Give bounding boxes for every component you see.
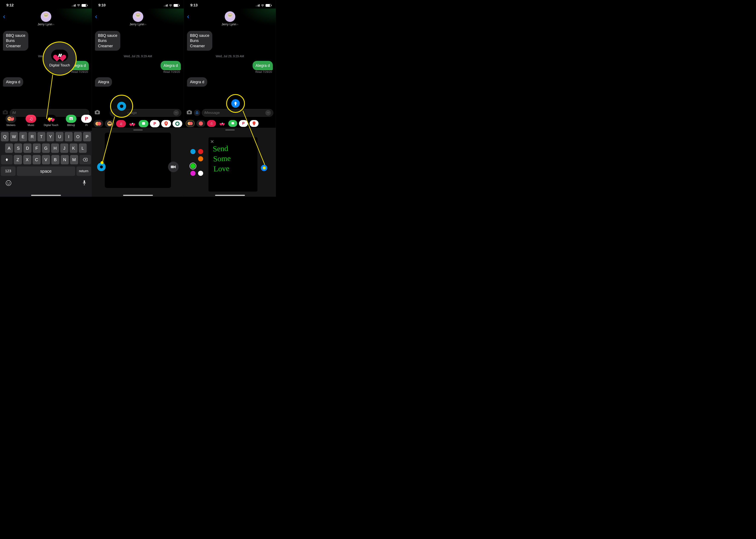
key-s[interactable]: S bbox=[14, 143, 22, 153]
app-digital-touch[interactable] bbox=[217, 120, 227, 127]
key-a[interactable]: A bbox=[5, 143, 13, 153]
color-green[interactable] bbox=[190, 164, 196, 169]
digital-touch-canvas[interactable] bbox=[105, 133, 171, 188]
app-music[interactable]: ♫ Music bbox=[21, 115, 41, 127]
contact-avatar[interactable] bbox=[41, 11, 51, 22]
key-t[interactable]: T bbox=[38, 132, 45, 141]
conversation-header[interactable]: ‹ Jerry Lynn bbox=[92, 9, 184, 29]
app-google-maps[interactable] bbox=[160, 120, 172, 127]
key-w[interactable]: W bbox=[10, 132, 18, 141]
back-button[interactable]: ‹ bbox=[95, 12, 97, 20]
message-input[interactable]: iMessage〰 bbox=[202, 109, 273, 116]
key-space[interactable]: space bbox=[17, 167, 75, 176]
key-b[interactable]: B bbox=[51, 155, 59, 164]
message-list[interactable]: BBQ sauceBunsCreamer Wed, Jul 29, 9:29 A… bbox=[92, 29, 184, 87]
color-white[interactable] bbox=[198, 171, 203, 176]
contact-name[interactable]: Jerry Lynn bbox=[221, 22, 238, 26]
contact-name[interactable]: Jerry Lynn bbox=[38, 22, 54, 26]
app-drawer[interactable]: ♫ P bbox=[184, 119, 276, 127]
camera-icon[interactable] bbox=[187, 110, 192, 116]
app-pinterest[interactable]: P bbox=[149, 120, 160, 127]
message-outgoing[interactable]: Alegra d bbox=[161, 61, 181, 70]
key-z[interactable]: Z bbox=[14, 155, 22, 164]
conversation-header[interactable]: ‹ Jerry Lynn bbox=[184, 9, 276, 29]
color-orange[interactable] bbox=[198, 156, 203, 161]
compose-bar[interactable]: ssage〰 bbox=[92, 108, 184, 117]
key-f[interactable]: F bbox=[33, 143, 41, 153]
key-m[interactable]: M bbox=[70, 155, 78, 164]
contact-avatar[interactable] bbox=[225, 11, 235, 22]
key-x[interactable]: X bbox=[23, 155, 31, 164]
digital-touch-panel[interactable] bbox=[92, 128, 184, 197]
key-u[interactable]: U bbox=[55, 132, 63, 141]
app-music[interactable]: ♫ bbox=[206, 120, 217, 127]
back-button[interactable]: ‹ bbox=[3, 12, 5, 20]
color-red[interactable] bbox=[198, 149, 203, 154]
app-digital-touch[interactable]: Digital Touch bbox=[41, 115, 61, 127]
app-memoji[interactable] bbox=[196, 120, 206, 127]
key-l[interactable]: L bbox=[79, 143, 87, 153]
app-store-button[interactable] bbox=[194, 110, 200, 116]
key-h[interactable]: H bbox=[51, 143, 59, 153]
conversation-header[interactable]: ‹ Jerry Lynn bbox=[0, 9, 92, 29]
key-v[interactable]: V bbox=[42, 155, 50, 164]
color-blue[interactable] bbox=[190, 149, 196, 154]
key-j[interactable]: J bbox=[60, 143, 68, 153]
message-incoming[interactable]: BBQ sauce Buns Creamer bbox=[3, 31, 28, 51]
key-r[interactable]: R bbox=[28, 132, 36, 141]
message-incoming[interactable]: Alegra d bbox=[3, 77, 23, 87]
keyboard[interactable]: Q W E R T Y U I O P A S D F G H J K L Z … bbox=[0, 131, 92, 197]
audio-message-icon[interactable]: 〰 bbox=[265, 110, 271, 116]
key-123[interactable]: 123 bbox=[1, 167, 16, 176]
digital-touch-drawing[interactable]: ✕ Send Some Love bbox=[209, 137, 257, 192]
key-shift[interactable] bbox=[1, 155, 13, 164]
close-drawing-button[interactable]: ✕ bbox=[210, 139, 214, 145]
key-c[interactable]: C bbox=[33, 155, 41, 164]
app-drawer[interactable]: Stickers ♫ Music Digital Touch Bitmoji P… bbox=[0, 114, 92, 127]
key-e[interactable]: E bbox=[19, 132, 27, 141]
key-o[interactable]: O bbox=[74, 132, 82, 141]
message-incoming[interactable]: Alegra d bbox=[187, 77, 207, 87]
app-drawer[interactable]: ♫ P bbox=[92, 119, 184, 127]
audio-message-icon[interactable]: 〰 bbox=[173, 110, 179, 116]
message-incoming[interactable]: BBQ sauceBunsCreamer bbox=[95, 31, 120, 51]
app-google-maps[interactable] bbox=[249, 120, 259, 127]
key-y[interactable]: Y bbox=[46, 132, 54, 141]
message-incoming[interactable]: Alegra bbox=[95, 77, 112, 87]
key-n[interactable]: N bbox=[61, 155, 69, 164]
key-d[interactable]: D bbox=[24, 143, 31, 153]
drawer-handle[interactable] bbox=[133, 129, 143, 130]
key-i[interactable]: I bbox=[65, 132, 73, 141]
home-indicator[interactable] bbox=[31, 195, 61, 196]
app-stickers[interactable] bbox=[185, 120, 196, 127]
contact-name[interactable]: Jerry Lynn bbox=[129, 22, 146, 26]
app-starbucks[interactable] bbox=[172, 120, 183, 127]
color-magenta[interactable] bbox=[190, 171, 196, 176]
contact-avatar[interactable] bbox=[133, 11, 143, 22]
key-backspace[interactable] bbox=[79, 155, 91, 164]
emoji-button[interactable] bbox=[6, 180, 12, 187]
key-k[interactable]: K bbox=[70, 143, 77, 153]
video-record-button[interactable] bbox=[168, 162, 179, 172]
home-indicator[interactable] bbox=[215, 195, 245, 196]
message-list[interactable]: BBQ sauceBunsCreamer Wed, Jul 29, 9:29 A… bbox=[184, 29, 276, 87]
dictation-button[interactable] bbox=[82, 180, 86, 187]
message-outgoing[interactable]: Alegra d bbox=[253, 61, 273, 70]
message-incoming[interactable]: BBQ sauceBunsCreamer bbox=[187, 31, 212, 51]
app-bitmoji[interactable] bbox=[138, 120, 149, 127]
app-bitmoji[interactable] bbox=[227, 120, 238, 127]
drawer-handle[interactable] bbox=[225, 129, 235, 130]
home-indicator[interactable] bbox=[123, 195, 153, 196]
app-bitmoji[interactable]: Bitmoji bbox=[61, 115, 81, 127]
app-pinterest[interactable]: P Pi bbox=[81, 115, 92, 127]
color-palette[interactable] bbox=[190, 149, 203, 176]
app-stickers[interactable] bbox=[93, 120, 104, 127]
app-music[interactable]: ♫ bbox=[116, 120, 127, 127]
key-g[interactable]: G bbox=[42, 143, 50, 153]
compose-bar[interactable]: iMessage〰 bbox=[184, 108, 276, 117]
back-button[interactable]: ‹ bbox=[187, 12, 189, 20]
key-p[interactable]: P bbox=[83, 132, 91, 141]
camera-icon[interactable] bbox=[95, 110, 100, 116]
app-digital-touch[interactable] bbox=[127, 120, 138, 127]
key-q[interactable]: Q bbox=[1, 132, 9, 141]
